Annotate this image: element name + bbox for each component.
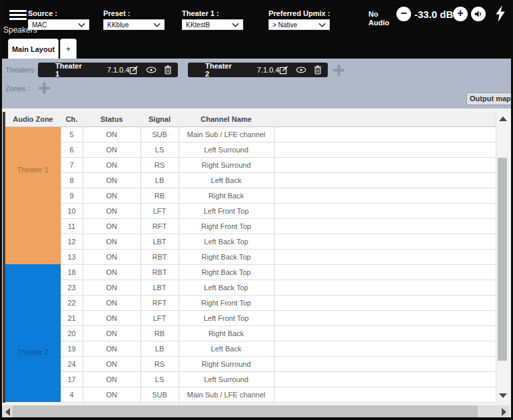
channel-number-cell: 17 (61, 371, 83, 387)
scroll-right-icon[interactable] (502, 408, 506, 416)
table-row: 4ONSUBMain Sub / LFE channel (5, 387, 496, 402)
channel-name-cell: Right Front Top (179, 218, 274, 234)
table-row: 9ONRBRight Back (5, 188, 496, 203)
add-tab-button[interactable]: + (60, 39, 77, 59)
menu-icon[interactable] (9, 10, 27, 22)
vertical-scroll-thumb[interactable] (498, 158, 507, 361)
tab-main-layout[interactable]: Main Layout (8, 39, 59, 59)
status-cell[interactable]: ON (83, 203, 141, 218)
eye-icon[interactable] (146, 67, 157, 73)
signal-cell: LFT (141, 310, 179, 325)
volume-down-button[interactable]: − (396, 7, 411, 21)
power-bolt-icon[interactable] (495, 5, 506, 25)
layout-panel: Theaters : Theater 1 7.1.0.4 Theater 2 7… (0, 59, 513, 108)
table-row: 10ONLFTLeft Front Top (5, 203, 496, 218)
add-zone-button[interactable] (39, 83, 50, 97)
theater-name: Theater 2 (205, 62, 232, 78)
audio-zone-cell[interactable]: Theater 1 (5, 126, 61, 264)
channel-number-cell: 7 (61, 157, 83, 172)
channel-number-cell: 24 (61, 356, 83, 371)
channel-name-cell: Right Back Top (179, 249, 274, 264)
signal-cell: RS (141, 356, 179, 371)
horizontal-scrollbar[interactable] (2, 405, 510, 417)
preset-value: KKblue (107, 21, 129, 29)
status-cell[interactable]: ON (83, 172, 141, 188)
table-row: 22ONRFTRight Front Top (5, 295, 496, 310)
channel-number-cell: 6 (61, 142, 83, 157)
app-window: Speakers Source : MAC Preset : KKblue Th… (0, 0, 513, 420)
status-cell[interactable]: ON (83, 310, 141, 325)
theater-pill-1[interactable]: Theater 1 7.1.0.4 (38, 63, 178, 77)
top-bar: Speakers Source : MAC Preset : KKblue Th… (0, 0, 513, 38)
chevron-down-icon (232, 23, 239, 27)
source-label: Source : (28, 9, 89, 17)
table-row: 6ONLSLeft Surround (5, 142, 496, 157)
horizontal-scroll-thumb[interactable] (13, 405, 478, 417)
eye-icon[interactable] (296, 67, 306, 73)
speaker-icon (474, 9, 483, 19)
source-select[interactable]: MAC (28, 19, 89, 30)
channel-name-cell: Left Back Top (179, 280, 274, 295)
theater-value: KKtestB (186, 21, 210, 29)
channel-name-cell: Left Back Top (179, 234, 274, 249)
status-cell[interactable]: ON (83, 126, 141, 142)
header-channel-name: Channel Name (179, 112, 274, 126)
signal-cell: LB (141, 172, 179, 188)
theater-pill-2[interactable]: Theater 2 7.1.0.4 (188, 63, 328, 77)
output-mapping-button[interactable]: Output mapping (466, 93, 513, 105)
channel-name-cell: Left Front Top (179, 203, 274, 218)
status-cell[interactable]: ON (83, 371, 141, 387)
channel-name-cell: Right Back (179, 325, 274, 341)
status-cell[interactable]: ON (83, 387, 141, 402)
signal-cell: SUB (141, 387, 179, 402)
scroll-up-icon[interactable] (499, 116, 507, 121)
header-channel: Ch. (61, 112, 83, 126)
extra-cell (274, 249, 496, 264)
preset-select[interactable]: KKblue (103, 19, 165, 30)
trash-icon[interactable] (314, 65, 322, 75)
audio-zone-cell[interactable]: Theater 2 (5, 264, 61, 402)
status-cell[interactable]: ON (83, 142, 141, 157)
extra-cell (274, 264, 496, 280)
vertical-scrollbar[interactable] (496, 112, 508, 403)
channel-name-cell: Left Front Top (179, 310, 274, 325)
theater-label: Theater 1 : (182, 9, 243, 17)
status-cell[interactable]: ON (83, 280, 141, 295)
table-row: 11ONRFTRight Front Top (5, 218, 496, 234)
preset-field: Preset : KKblue (103, 9, 165, 30)
extra-cell (274, 325, 496, 341)
edit-icon[interactable] (279, 65, 288, 75)
edit-icon[interactable] (129, 65, 139, 75)
status-cell[interactable]: ON (83, 356, 141, 371)
status-cell[interactable]: ON (83, 249, 141, 264)
header-audio-zone: Audio Zone (5, 112, 61, 126)
scroll-left-icon[interactable] (5, 408, 10, 416)
trash-icon[interactable] (164, 65, 172, 75)
status-cell[interactable]: ON (83, 341, 141, 356)
scroll-down-icon[interactable] (499, 393, 507, 398)
header-signal: Signal (141, 112, 179, 126)
channel-number-cell: 20 (61, 325, 83, 341)
table-row: 7ONRSRight Surround (5, 157, 496, 172)
status-cell[interactable]: ON (83, 157, 141, 172)
channel-number-cell: 4 (61, 387, 83, 402)
channel-number-cell: 13 (61, 249, 83, 264)
channel-name-cell: Right Front Top (179, 295, 274, 310)
status-cell[interactable]: ON (83, 218, 141, 234)
theater-select[interactable]: KKtestB (182, 19, 243, 30)
table-row: 21ONLFTLeft Front Top (5, 310, 496, 325)
upmix-select[interactable]: > Native (268, 19, 330, 30)
channel-number-cell: 23 (61, 280, 83, 295)
status-cell[interactable]: ON (83, 264, 141, 280)
status-cell[interactable]: ON (83, 234, 141, 249)
channel-number-cell: 21 (61, 310, 83, 325)
status-cell[interactable]: ON (83, 295, 141, 310)
signal-cell: RFT (141, 218, 179, 234)
status-cell[interactable]: ON (83, 325, 141, 341)
extra-cell (274, 203, 496, 218)
status-cell[interactable]: ON (83, 188, 141, 203)
volume-up-button[interactable]: + (453, 7, 468, 21)
add-theater-button[interactable] (333, 65, 344, 79)
extra-cell (274, 341, 496, 356)
mute-button[interactable] (471, 7, 486, 21)
